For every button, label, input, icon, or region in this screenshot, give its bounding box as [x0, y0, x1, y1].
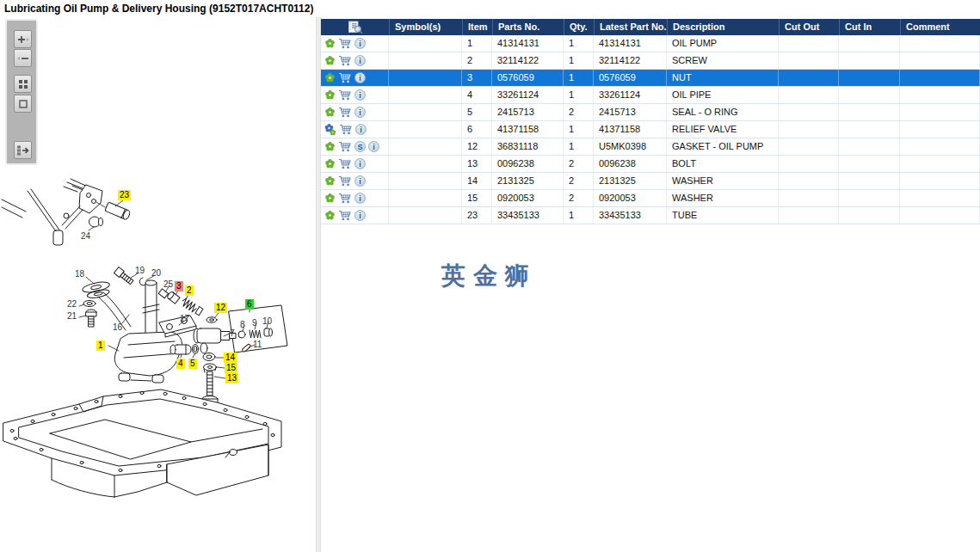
single-view-button[interactable] — [14, 95, 32, 113]
table-row[interactable]: i 5 2415713 2 2415713 SEAL - O RING — [321, 104, 980, 121]
diagram-label-16[interactable]: 16 — [113, 322, 122, 333]
diagram-label-15[interactable]: 15 — [225, 363, 237, 373]
table-row[interactable]: i 6 41371158 1 41371158 RELIEF VALVE — [321, 121, 980, 138]
export-list-button[interactable] — [14, 141, 32, 159]
symbol-cell — [389, 70, 462, 86]
diagram-label-24[interactable]: 24 — [81, 231, 90, 242]
item-cell: 5 — [462, 104, 492, 120]
latest-part-no-cell: 2415713 — [594, 104, 667, 120]
diagram-label-25[interactable]: 25 — [163, 279, 173, 290]
row-actions-cell: i — [321, 156, 389, 172]
table-row[interactable]: i 2 32114122 1 32114122 SCREW — [321, 52, 980, 70]
info-icon[interactable]: i — [354, 38, 366, 49]
header-cell-icon[interactable] — [321, 19, 389, 35]
diagram-label-21[interactable]: 21 — [67, 311, 77, 322]
gear-icon[interactable] — [324, 38, 336, 49]
header-cell-cut_in[interactable]: Cut In — [839, 19, 900, 35]
header-cell-symbol[interactable]: Symbol(s) — [389, 19, 462, 35]
gear-icon[interactable] — [324, 141, 336, 152]
header-cell-comment[interactable]: Comment — [900, 19, 980, 35]
table-row[interactable]: S i 12 36831118 1 U5MK0398 GASKET - OIL … — [321, 138, 980, 156]
cart-icon[interactable] — [338, 55, 352, 66]
cart-icon[interactable] — [338, 193, 352, 204]
diagram-label-8[interactable]: 8 — [240, 320, 245, 330]
latest-part-no-cell: U5MK0398 — [594, 138, 667, 155]
zoom-in-button[interactable] — [14, 30, 32, 48]
info-icon[interactable]: i — [354, 175, 366, 187]
symbol-cell — [389, 156, 462, 172]
gear-icon[interactable] — [324, 107, 336, 118]
table-row[interactable]: i 3 0576059 1 0576059 NUT — [321, 70, 980, 87]
cart-icon[interactable] — [339, 124, 353, 135]
gear-icon[interactable] — [324, 175, 336, 187]
diagram-label-14[interactable]: 14 — [224, 353, 237, 363]
description-cell: GASKET - OIL PUMP — [667, 138, 779, 155]
diagram-label-13[interactable]: 13 — [225, 373, 238, 383]
substitute-icon[interactable]: S — [354, 141, 366, 152]
gear-icon[interactable] — [324, 193, 336, 204]
diagram-label-10[interactable]: 10 — [262, 316, 272, 327]
diagram-label-7[interactable]: 7 — [230, 328, 235, 339]
info-icon[interactable]: i — [354, 107, 366, 118]
cart-icon[interactable] — [338, 89, 352, 101]
gear-icon[interactable] — [324, 55, 336, 66]
header-cell-cut_out[interactable]: Cut Out — [779, 19, 839, 35]
cart-icon[interactable] — [338, 141, 352, 152]
info-icon[interactable]: i — [354, 89, 366, 101]
header-cell-parts_no[interactable]: Parts No. — [492, 19, 564, 35]
comment-cell — [900, 104, 980, 120]
info-icon[interactable]: i — [354, 72, 366, 83]
diagram-label-23[interactable]: 23 — [118, 190, 131, 200]
diagram-label-6[interactable]: 6 — [245, 299, 254, 310]
diagram-label-11[interactable]: 11 — [253, 340, 262, 350]
gear-icon[interactable] — [324, 124, 336, 136]
gear-icon[interactable] — [324, 89, 336, 101]
table-row[interactable]: i 14 2131325 2 2131325 WASHER — [321, 173, 980, 190]
row-actions-cell: i — [321, 70, 389, 86]
diagram-label-3[interactable]: 3 — [175, 281, 183, 291]
info-icon[interactable]: i — [354, 210, 366, 221]
diagram-label-2[interactable]: 2 — [185, 285, 194, 296]
cut-out-cell — [779, 87, 839, 103]
info-icon[interactable]: i — [354, 158, 366, 169]
info-icon[interactable]: i — [355, 124, 367, 135]
description-cell: NUT — [667, 70, 779, 86]
diagram-label-17[interactable]: 17 — [180, 314, 189, 324]
gear-icon[interactable] — [324, 158, 336, 169]
gear-icon[interactable] — [324, 210, 336, 221]
table-row[interactable]: i 13 0096238 2 0096238 BOLT — [321, 156, 980, 173]
diagram-label-19[interactable]: 19 — [135, 266, 145, 276]
info-icon[interactable]: i — [354, 55, 366, 66]
diagram-label-5[interactable]: 5 — [188, 359, 197, 369]
diagram-label-9[interactable]: 9 — [252, 318, 257, 328]
diagram-label-18[interactable]: 18 — [75, 269, 84, 279]
info-icon[interactable]: i — [368, 141, 379, 152]
zoom-out-button[interactable] — [14, 49, 32, 67]
cart-icon[interactable] — [338, 175, 352, 187]
diagram-label-20[interactable]: 20 — [151, 268, 161, 279]
parts-table: Symbol(s)ItemParts No.Qty.Latest Part No… — [321, 19, 980, 224]
diagram-label-22[interactable]: 22 — [67, 299, 77, 310]
cart-icon[interactable] — [338, 158, 352, 169]
table-row[interactable]: i 1 41314131 1 41314131 OIL PUMP — [321, 35, 980, 52]
header-cell-qty[interactable]: Qty. — [564, 19, 594, 35]
comment-cell — [900, 52, 980, 69]
table-row[interactable]: i 15 0920053 2 0920053 WASHER — [321, 190, 980, 207]
info-icon[interactable]: i — [354, 193, 366, 204]
diagram-label-4[interactable]: 4 — [176, 359, 185, 369]
cart-icon[interactable] — [338, 210, 352, 221]
header-cell-description[interactable]: Description — [667, 19, 779, 35]
table-row[interactable]: i 4 33261124 1 33261124 OIL PIPE — [321, 87, 980, 104]
qty-cell: 1 — [564, 138, 594, 155]
gear-icon[interactable] — [324, 72, 336, 83]
header-cell-latest_part_no[interactable]: Latest Part No. — [594, 19, 667, 35]
header-cell-item[interactable]: Item — [462, 19, 492, 35]
tile-view-button[interactable] — [14, 75, 32, 93]
row-actions-cell: i — [321, 52, 389, 69]
cart-icon[interactable] — [338, 107, 352, 118]
diagram-label-1[interactable]: 1 — [96, 340, 105, 351]
cart-icon[interactable] — [338, 72, 352, 83]
cart-icon[interactable] — [338, 38, 352, 49]
diagram-label-12[interactable]: 12 — [214, 303, 227, 313]
table-row[interactable]: i 23 33435133 1 33435133 TUBE — [321, 207, 980, 224]
